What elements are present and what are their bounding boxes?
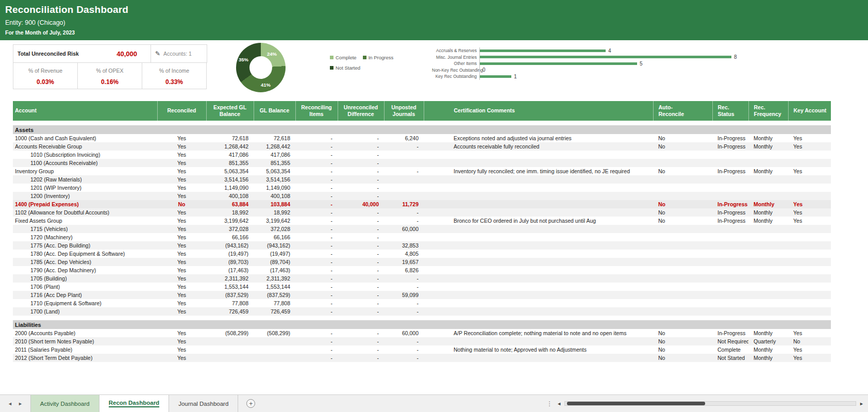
cell-reconciling_items[interactable]: -: [295, 233, 338, 241]
cell-account[interactable]: 1010 (Subscription Invoicing): [13, 151, 157, 159]
account-row[interactable]: 2011 (Salaries Payable)Yes---Nothing mat…: [13, 345, 831, 354]
cell-reconciled[interactable]: Yes: [157, 159, 206, 167]
cell-rec_frequency[interactable]: [748, 274, 788, 283]
cell-rec_frequency[interactable]: Monthly: [748, 200, 788, 208]
account-row[interactable]: 1785 (Acc. Dep Vehicles)Yes(89,703)(89,7…: [13, 258, 831, 266]
cell-rec_status[interactable]: In-Progress: [712, 329, 748, 337]
cell-unposted_journals[interactable]: 32,853: [384, 241, 424, 250]
cell-expected_gl_balance[interactable]: 417,086: [206, 151, 254, 159]
pct-of-revenue-card[interactable]: % of Revenue 0.03%: [13, 62, 78, 89]
cell-rec_status[interactable]: [712, 291, 748, 299]
pct-of-opex-card[interactable]: % of OPEX 0.16%: [77, 62, 142, 89]
cell-unposted_journals[interactable]: -: [384, 208, 424, 217]
cell-unposted_journals[interactable]: -: [384, 283, 424, 291]
cell-rec_frequency[interactable]: [748, 184, 788, 192]
cell-account[interactable]: 1000 (Cash and Cash Equivalent): [13, 134, 157, 142]
cell-gl_balance[interactable]: [254, 345, 295, 354]
cell-account[interactable]: 1201 (WIP Inventory): [13, 184, 157, 192]
cell-unposted_journals[interactable]: -: [384, 167, 424, 175]
cell-account[interactable]: 1716 (Acc Dep Plant): [13, 291, 157, 299]
cell-auto_reconcile[interactable]: No: [653, 345, 712, 354]
sheet-tab-journal-dashboard[interactable]: Journal Dashboard: [169, 395, 238, 412]
cell-account[interactable]: 2011 (Salaries Payable): [13, 345, 157, 354]
cell-rec_status[interactable]: [712, 266, 748, 274]
cell-reconciled[interactable]: Yes: [157, 345, 206, 354]
cell-reconciling_items[interactable]: -: [295, 258, 338, 266]
cell-gl_balance[interactable]: 103,884: [254, 200, 295, 208]
cell-certification_comments[interactable]: Bronco for CEO ordered in July but not p…: [424, 217, 653, 225]
cell-reconciled[interactable]: Yes: [157, 134, 206, 142]
status-donut-chart[interactable]: 24%41%35%: [236, 43, 286, 92]
cell-key_account[interactable]: [788, 283, 831, 291]
cell-reconciling_items[interactable]: -: [295, 266, 338, 274]
cell-certification_comments[interactable]: [424, 200, 653, 208]
cell-reconciling_items[interactable]: -: [295, 283, 338, 291]
cell-key_account[interactable]: Yes: [788, 167, 831, 175]
column-header-unposted_journals[interactable]: Unposted Journals: [384, 101, 424, 121]
cell-unposted_journals[interactable]: -: [384, 299, 424, 307]
cell-auto_reconcile[interactable]: No: [653, 217, 712, 225]
cell-auto_reconcile[interactable]: No: [653, 167, 712, 175]
cell-reconciled[interactable]: Yes: [157, 217, 206, 225]
cell-unposted_journals[interactable]: [384, 184, 424, 192]
cell-certification_comments[interactable]: [424, 151, 653, 159]
cell-key_account[interactable]: [788, 241, 831, 250]
cell-gl_balance[interactable]: 1,268,442: [254, 142, 295, 151]
account-row[interactable]: 2000 (Accounts Payable)Yes(508,299)(508,…: [13, 329, 831, 337]
cell-reconciling_items[interactable]: -: [295, 151, 338, 159]
cell-expected_gl_balance[interactable]: [206, 354, 254, 362]
cell-auto_reconcile[interactable]: No: [653, 208, 712, 217]
cell-gl_balance[interactable]: (17,463): [254, 266, 295, 274]
account-row[interactable]: 1710 (Equipment & Software)Yes77,80877,8…: [13, 299, 831, 307]
cell-expected_gl_balance[interactable]: 77,808: [206, 299, 254, 307]
cell-certification_comments[interactable]: [424, 266, 653, 274]
cell-auto_reconcile[interactable]: [653, 159, 712, 167]
cell-certification_comments[interactable]: [424, 299, 653, 307]
cell-auto_reconcile[interactable]: [653, 283, 712, 291]
cell-unreconciled_difference[interactable]: -: [338, 299, 384, 307]
cell-reconciled[interactable]: Yes: [157, 142, 206, 151]
cell-unreconciled_difference[interactable]: 40,000: [338, 200, 384, 208]
cell-gl_balance[interactable]: (837,529): [254, 291, 295, 299]
cell-unreconciled_difference[interactable]: -: [338, 233, 384, 241]
cell-gl_balance[interactable]: (508,299): [254, 329, 295, 337]
cell-unreconciled_difference[interactable]: -: [338, 208, 384, 217]
cell-gl_balance[interactable]: 372,028: [254, 225, 295, 233]
cell-certification_comments[interactable]: Nothing material to note; Approved with …: [424, 345, 653, 354]
cell-rec_frequency[interactable]: Monthly: [748, 217, 788, 225]
cell-account[interactable]: 2000 (Accounts Payable): [13, 329, 157, 337]
cell-account[interactable]: Fixed Assets Group: [13, 217, 157, 225]
cell-expected_gl_balance[interactable]: 400,108: [206, 192, 254, 200]
account-row[interactable]: 1775 (Acc. Dep Building)Yes(943,162)(943…: [13, 241, 831, 250]
column-header-key_account[interactable]: Key Account: [788, 101, 831, 121]
cell-unposted_journals[interactable]: [384, 175, 424, 184]
cell-gl_balance[interactable]: 2,311,392: [254, 274, 295, 283]
cell-unreconciled_difference[interactable]: -: [338, 151, 384, 159]
cell-certification_comments[interactable]: [424, 233, 653, 241]
cell-unreconciled_difference[interactable]: -: [338, 291, 384, 299]
cell-expected_gl_balance[interactable]: 18,992: [206, 208, 254, 217]
cell-reconciled[interactable]: Yes: [157, 250, 206, 258]
cell-gl_balance[interactable]: 726,459: [254, 307, 295, 316]
cell-rec_status[interactable]: [712, 159, 748, 167]
cell-rec_status[interactable]: Not Required: [712, 337, 748, 345]
cell-reconciled[interactable]: Yes: [157, 192, 206, 200]
cell-reconciled[interactable]: No: [157, 200, 206, 208]
cell-certification_comments[interactable]: Exceptions noted and adjusted via journa…: [424, 134, 653, 142]
cell-auto_reconcile[interactable]: [653, 258, 712, 266]
cell-expected_gl_balance[interactable]: (837,529): [206, 291, 254, 299]
cell-rec_status[interactable]: Complete: [712, 345, 748, 354]
cell-account[interactable]: Accounts Receivable Group: [13, 142, 157, 151]
scroll-left-icon[interactable]: ◄: [557, 401, 561, 406]
cell-gl_balance[interactable]: 851,355: [254, 159, 295, 167]
cell-rec_frequency[interactable]: [748, 291, 788, 299]
cell-rec_frequency[interactable]: [748, 241, 788, 250]
cell-key_account[interactable]: Yes: [788, 134, 831, 142]
cell-certification_comments[interactable]: [424, 250, 653, 258]
cell-auto_reconcile[interactable]: [653, 299, 712, 307]
cell-reconciling_items[interactable]: -: [295, 192, 338, 200]
cell-reconciled[interactable]: Yes: [157, 274, 206, 283]
account-row[interactable]: 2010 (Short term Notes Payable)Yes---NoN…: [13, 337, 831, 345]
cell-rec_frequency[interactable]: [748, 299, 788, 307]
cell-reconciling_items[interactable]: -: [295, 208, 338, 217]
